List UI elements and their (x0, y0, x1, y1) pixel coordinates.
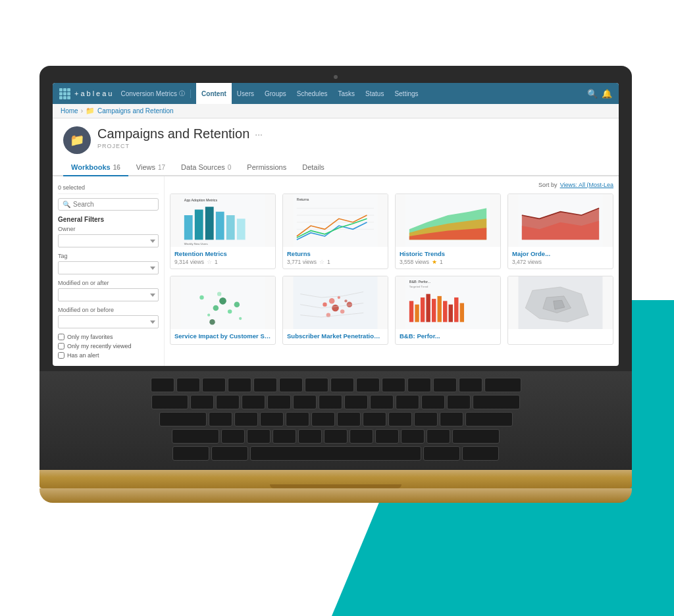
checkbox-recently-viewed[interactable]: Only my recently viewed (58, 343, 159, 349)
key (344, 395, 368, 409)
checkbox-favorites-input[interactable] (58, 334, 65, 340)
svg-point-30 (239, 317, 242, 320)
workbook-info-service: Service Impact by Customer Segment (170, 329, 275, 344)
breadcrumb-current: Campaigns and Retention (97, 107, 174, 115)
sort-label: Sort by (538, 182, 557, 188)
workbook-thumb-bb: B&B: Perfor... Targeted Trend (396, 276, 500, 329)
filter-modified-after-select[interactable] (58, 288, 159, 301)
key (356, 378, 380, 392)
search-box[interactable]: 🔍 (58, 198, 159, 211)
nav-groups[interactable]: Groups (259, 83, 292, 104)
folder-icon-large: 📁 (70, 133, 84, 147)
filter-tag-label: Tag (58, 253, 159, 259)
logo-dot (59, 88, 63, 91)
tableau-logo: +ableau (59, 88, 114, 99)
breadcrumb: Home › 📁 Campaigns and Retention (53, 104, 619, 118)
key (267, 395, 291, 409)
key (172, 446, 209, 461)
nav-content[interactable]: Content (196, 83, 232, 104)
laptop-base (39, 470, 632, 488)
checkbox-favorites[interactable]: Only my favorites (58, 334, 159, 340)
svg-point-25 (207, 314, 210, 317)
tab-details[interactable]: Details (294, 159, 332, 176)
svg-point-24 (213, 305, 219, 311)
tab-workbooks-count: 16 (113, 164, 120, 171)
svg-point-29 (217, 292, 221, 295)
sort-value[interactable]: Views: All (Most-Lea (560, 182, 613, 188)
key (305, 378, 328, 392)
content-area: 0 selected 🔍 General Filters Owner Ta (53, 176, 619, 366)
checkbox-has-alert[interactable]: Has an alert (58, 352, 159, 359)
workbook-name-bb: B&B: Perfor... (400, 332, 496, 340)
workbook-thumb-service-impact (170, 276, 275, 329)
tab-datasources[interactable]: Data Sources 0 (173, 159, 239, 176)
key (242, 395, 265, 409)
filter-modified-before-label: Modified on or before (58, 307, 159, 313)
tab-views[interactable]: Views 17 (128, 159, 173, 176)
filter-modified-after: Modified on or after (58, 280, 159, 301)
nav-schedules[interactable]: Schedules (292, 83, 333, 104)
workbook-card-bb-performance[interactable]: B&B: Perfor... Targeted Trend B&B: Perfo… (395, 276, 501, 345)
key (221, 429, 245, 444)
key (401, 429, 425, 444)
key (253, 378, 277, 392)
svg-rect-9 (294, 194, 378, 247)
logo-dot (67, 88, 70, 91)
workbook-thumb-major-orders (508, 194, 613, 247)
breadcrumb-home[interactable]: Home (61, 107, 78, 115)
filter-section-title: General Filters (58, 216, 159, 223)
notification-icon[interactable]: 🔔 (602, 89, 612, 99)
workbook-card-service-impact[interactable]: Service Impact by Customer Segment (170, 276, 276, 345)
svg-rect-49 (449, 305, 453, 322)
keyboard-area (39, 371, 632, 470)
star-icon-retention[interactable]: ☆ (207, 259, 212, 265)
workbook-card-map[interactable] (507, 276, 613, 345)
workbook-card-returns[interactable]: Returns (282, 193, 388, 269)
key (421, 395, 445, 409)
key (209, 412, 232, 426)
checkbox-recently-viewed-input[interactable] (58, 343, 65, 349)
workbook-card-historic-trends[interactable]: Historic Trends 3,558 views ★ 1 (395, 193, 501, 269)
tab-workbooks[interactable]: Workbooks 16 (63, 159, 128, 176)
checkbox-has-alert-input[interactable] (58, 352, 65, 359)
project-menu-button[interactable]: ··· (255, 129, 263, 140)
search-input[interactable] (73, 201, 154, 208)
star-icon-historic[interactable]: ★ (432, 259, 437, 265)
logo-text: +ableau (74, 90, 114, 97)
workbook-info-subscriber: Subscriber Market Penetration by City (283, 329, 388, 344)
checkbox-has-alert-label: Has an alert (67, 352, 99, 359)
nav-settings[interactable]: Settings (389, 83, 423, 104)
filter-tag-select[interactable] (58, 261, 159, 274)
key (298, 429, 322, 444)
nav-users[interactable]: Users (232, 83, 259, 104)
site-name[interactable]: Conversion Metrics ⓘ (120, 90, 191, 98)
spacebar[interactable] (250, 446, 421, 461)
key (440, 412, 463, 426)
workbook-card-retention-metrics[interactable]: App Adoption Metrics Weekly New Users (170, 193, 276, 269)
svg-rect-4 (205, 207, 214, 240)
star-icon-returns[interactable]: ☆ (319, 259, 324, 265)
tab-permissions[interactable]: Permissions (239, 159, 294, 176)
nav-tasks[interactable]: Tasks (332, 83, 360, 104)
workbook-views-historic: 3,558 views (400, 259, 429, 265)
search-icon[interactable]: 🔍 (587, 89, 598, 99)
workbook-views-returns: 3,771 views (287, 259, 317, 265)
workbook-star-count-historic: 1 (440, 259, 443, 265)
filter-modified-before-select[interactable] (58, 315, 159, 328)
filter-owner: Owner (58, 226, 159, 247)
workbook-card-major-orders[interactable]: Major Orde... 3,472 views (507, 193, 613, 269)
logo-dots (59, 88, 70, 99)
main-grid: Sort by Views: All (Most-Lea App Adoptio… (165, 176, 619, 366)
key (319, 395, 342, 409)
svg-rect-2 (184, 215, 193, 240)
svg-text:App Adoption Metrics: App Adoption Metrics (184, 198, 218, 202)
key (234, 412, 258, 426)
workbook-info-map (508, 329, 613, 337)
workbook-card-subscriber-market[interactable]: Subscriber Market Penetration by City (282, 276, 388, 345)
svg-point-26 (219, 297, 226, 305)
svg-text:Returns: Returns (297, 197, 309, 201)
svg-rect-5 (216, 212, 224, 240)
nav-status[interactable]: Status (360, 83, 389, 104)
filter-owner-select[interactable] (58, 234, 159, 247)
workbook-name-service: Service Impact by Customer Segment (174, 332, 271, 340)
